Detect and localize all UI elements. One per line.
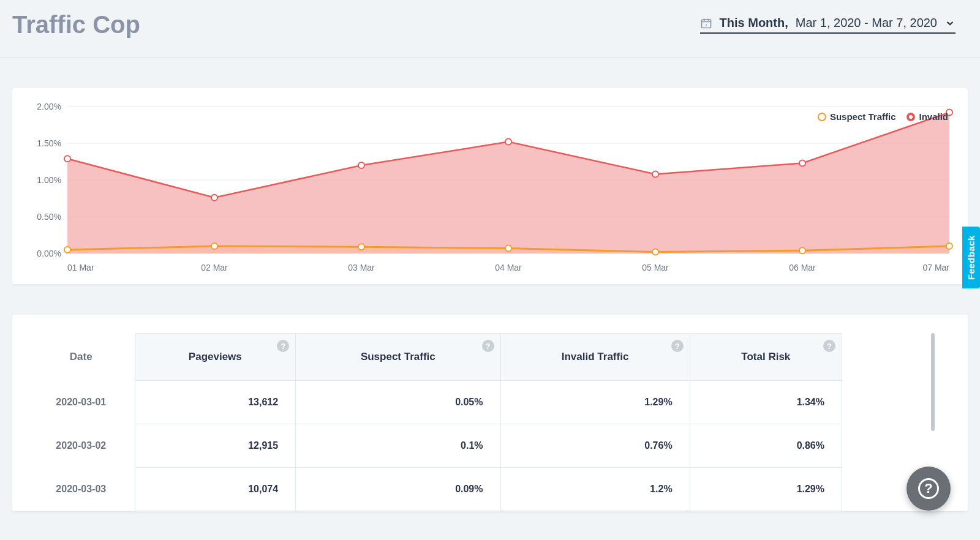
svg-text:0.50%: 0.50% [37, 212, 61, 222]
legend-dot-invalid-icon [907, 113, 915, 121]
svg-text:1: 1 [705, 23, 707, 27]
cell-date: 2020-03-02 [28, 424, 135, 468]
help-icon[interactable]: ? [277, 340, 289, 352]
svg-text:03 Mar: 03 Mar [348, 263, 375, 272]
question-mark-icon: ? [918, 478, 939, 499]
svg-text:1.00%: 1.00% [37, 175, 61, 185]
legend-dot-suspect-icon [818, 113, 826, 121]
cell-date: 2020-03-01 [28, 381, 135, 424]
svg-point-31 [799, 247, 805, 253]
cell-invalid: 1.29% [500, 381, 690, 424]
date-range-value: Mar 1, 2020 - Mar 7, 2020 [796, 16, 937, 30]
legend-label-invalid: Invalid [919, 111, 948, 122]
chevron-down-icon [944, 18, 956, 29]
cell-pageviews: 13,612 [135, 381, 296, 424]
legend-item-suspect[interactable]: Suspect Traffic [818, 111, 896, 122]
cell-date: 2020-03-03 [28, 468, 135, 511]
th-pageviews: Pageviews? [135, 334, 296, 381]
date-range-selector[interactable]: 1 This Month, Mar 1, 2020 - Mar 7, 2020 [700, 16, 956, 34]
svg-point-29 [505, 246, 511, 252]
legend-item-invalid[interactable]: Invalid [907, 111, 948, 122]
cell-pageviews: 10,074 [135, 468, 296, 511]
svg-point-27 [211, 243, 217, 249]
date-range-label: This Month, [720, 16, 788, 30]
help-fab[interactable]: ? [907, 467, 951, 511]
cell-invalid: 0.76% [500, 424, 690, 468]
svg-text:2.00%: 2.00% [37, 102, 61, 111]
svg-text:05 Mar: 05 Mar [642, 263, 669, 272]
cell-suspect: 0.05% [296, 381, 500, 424]
svg-text:01 Mar: 01 Mar [67, 263, 94, 272]
legend-label-suspect: Suspect Traffic [830, 111, 896, 122]
svg-text:06 Mar: 06 Mar [789, 263, 816, 272]
cell-suspect: 0.09% [296, 468, 500, 511]
svg-text:02 Mar: 02 Mar [201, 263, 228, 272]
th-suspect: Suspect Traffic? [296, 334, 500, 381]
cell-total: 1.34% [690, 381, 842, 424]
table-row: 2020-03-0212,9150.1%0.76%0.86% [28, 424, 842, 468]
svg-point-20 [211, 195, 217, 201]
feedback-tab[interactable]: Feedback [962, 227, 980, 288]
help-icon[interactable]: ? [482, 340, 494, 352]
th-date: Date [28, 334, 135, 381]
traffic-chart: 0.00%0.50%1.00%1.50%2.00%01 Mar02 Mar03 … [24, 100, 956, 278]
svg-point-19 [64, 156, 70, 162]
chart-wrap: 0.00%0.50%1.00%1.50%2.00%01 Mar02 Mar03 … [24, 100, 956, 278]
svg-point-28 [358, 244, 364, 250]
scrollbar-thumb[interactable] [931, 333, 935, 431]
cell-suspect: 0.1% [296, 424, 500, 468]
svg-point-21 [358, 162, 364, 168]
svg-text:1.50%: 1.50% [37, 138, 61, 148]
svg-point-22 [505, 139, 511, 145]
table-card: Date Pageviews? Suspect Traffic? Invalid… [12, 315, 968, 511]
page-title: Traffic Cop [12, 11, 140, 39]
svg-point-30 [652, 249, 658, 255]
table-row: 2020-03-0310,0740.09%1.2%1.29% [28, 468, 842, 511]
table-header-row: Date Pageviews? Suspect Traffic? Invalid… [28, 334, 842, 381]
svg-text:0.00%: 0.00% [37, 249, 61, 258]
calendar-icon: 1 [700, 17, 712, 29]
svg-point-32 [946, 243, 952, 249]
cell-total: 0.86% [690, 424, 842, 468]
cell-pageviews: 12,915 [135, 424, 296, 468]
chart-legend: Suspect Traffic Invalid [818, 111, 948, 122]
table-row: 2020-03-0113,6120.05%1.29%1.34% [28, 381, 842, 424]
svg-text:07 Mar: 07 Mar [922, 263, 949, 272]
cell-total: 1.29% [690, 468, 842, 511]
svg-text:04 Mar: 04 Mar [495, 263, 522, 272]
help-icon[interactable]: ? [671, 340, 684, 352]
page-header: Traffic Cop 1 This Month, Mar 1, 2020 - … [0, 0, 980, 58]
cell-invalid: 1.2% [500, 468, 690, 511]
traffic-table: Date Pageviews? Suspect Traffic? Invalid… [28, 333, 842, 511]
svg-point-24 [799, 160, 805, 166]
svg-point-23 [652, 171, 658, 177]
help-icon[interactable]: ? [823, 340, 835, 352]
svg-point-26 [64, 247, 70, 253]
th-invalid: Invalid Traffic? [500, 334, 690, 381]
th-total: Total Risk? [690, 334, 842, 381]
chart-card: 0.00%0.50%1.00%1.50%2.00%01 Mar02 Mar03 … [12, 88, 968, 284]
